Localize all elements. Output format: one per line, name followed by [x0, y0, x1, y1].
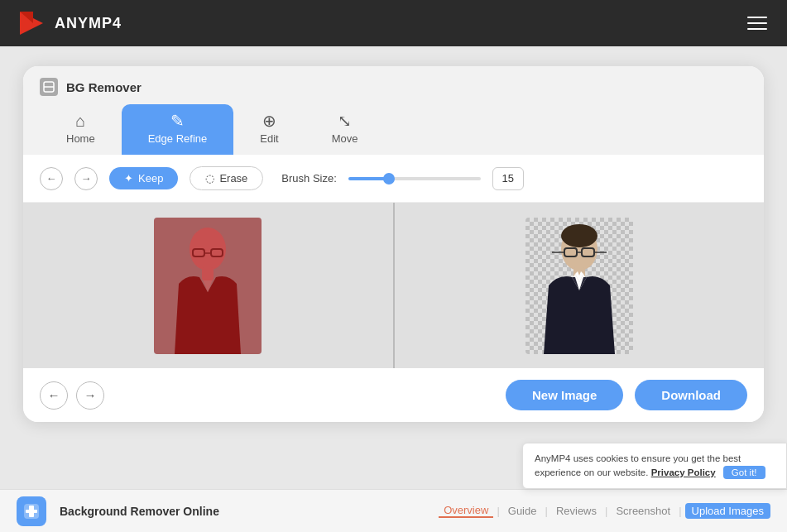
tabs-bar: ⌂ Home ✎ Edge Refine ⊕ Edit ⤡ Move [23, 96, 764, 155]
original-image-svg [154, 218, 262, 354]
processed-person-image [525, 218, 633, 354]
card: BG Remover ⌂ Home ✎ Edge Refine ⊕ Edit ⤡… [23, 66, 764, 422]
edit-icon: ⊕ [262, 113, 276, 129]
bottom-bar: ← → New Image Download [23, 368, 764, 422]
original-image-panel [23, 203, 393, 368]
footer-nav-upload[interactable]: Upload Images [685, 503, 770, 519]
footer-nav-sep-1: | [497, 505, 499, 517]
toolbar: ← → ✦ Keep ◌ Erase Brush Size: 15 [23, 155, 764, 203]
footer-bar: Background Remover Online Overview | Gui… [0, 489, 787, 532]
footer-nav-screenshot[interactable]: Screenshot [611, 505, 675, 517]
footer-nav-sep-2: | [545, 505, 547, 517]
footer-nav-sep-3: | [605, 505, 607, 517]
tab-home-label: Home [66, 132, 95, 145]
brush-size-slider[interactable] [348, 177, 481, 180]
bottom-nav: ← → [40, 381, 104, 410]
keep-label: Keep [138, 172, 163, 185]
bg-remover-icon [43, 81, 55, 93]
action-buttons: New Image Download [506, 380, 747, 410]
edge-refine-icon: ✎ [170, 113, 185, 129]
logo-icon [17, 8, 46, 38]
original-person-image [154, 218, 262, 354]
footer-nav: Overview | Guide | Reviews | Screenshot … [439, 503, 770, 519]
got-it-button[interactable]: Got it! [723, 466, 765, 479]
card-header: BG Remover [23, 66, 764, 96]
menu-button[interactable] [744, 13, 770, 33]
image-area [23, 203, 764, 368]
privacy-policy-link[interactable]: Privacy Policy [651, 467, 716, 477]
new-image-button[interactable]: New Image [506, 380, 623, 410]
tab-edge-refine-label: Edge Refine [148, 132, 208, 145]
tab-edge-refine[interactable]: ✎ Edge Refine [122, 104, 234, 155]
tab-move[interactable]: ⤡ Move [305, 104, 385, 155]
cookie-banner: AnyMP4 uses cookies to ensure you get th… [522, 443, 787, 490]
tab-move-label: Move [332, 132, 358, 145]
brush-size-label: Brush Size: [281, 172, 336, 185]
main-content: BG Remover ⌂ Home ✎ Edge Refine ⊕ Edit ⤡… [0, 46, 787, 442]
logo-area: ANYMP4 [17, 8, 122, 38]
card-header-icon [40, 78, 58, 96]
header: ANYMP4 [0, 0, 787, 46]
download-button[interactable]: Download [635, 380, 747, 410]
tab-edit[interactable]: ⊕ Edit [233, 104, 305, 155]
tab-edit-label: Edit [260, 132, 278, 145]
keep-button[interactable]: ✦ Keep [109, 167, 178, 189]
logo-text: ANYMP4 [55, 15, 122, 32]
erase-label: Erase [219, 172, 247, 185]
home-icon: ⌂ [75, 113, 85, 129]
keep-icon: ✦ [124, 172, 133, 185]
footer-app-icon [17, 496, 46, 526]
svg-rect-25 [29, 506, 34, 517]
erase-icon: ◌ [205, 172, 214, 185]
redo-button[interactable]: → [74, 167, 98, 190]
svg-rect-10 [202, 267, 214, 280]
card-title: BG Remover [66, 80, 142, 94]
move-icon: ⤡ [338, 113, 352, 129]
footer-nav-sep-4: | [679, 505, 681, 517]
svg-point-16 [561, 224, 597, 247]
erase-button[interactable]: ◌ Erase [190, 166, 263, 190]
footer-nav-overview[interactable]: Overview [439, 504, 493, 518]
footer-nav-reviews[interactable]: Reviews [551, 505, 602, 517]
processed-image-svg [525, 218, 633, 354]
processed-image-panel [395, 203, 765, 368]
tab-home[interactable]: ⌂ Home [40, 104, 122, 155]
footer-icon-svg [23, 503, 40, 520]
undo-button[interactable]: ← [40, 167, 63, 190]
brush-size-value: 15 [492, 167, 524, 190]
next-button[interactable]: → [76, 381, 104, 410]
prev-button[interactable]: ← [40, 381, 68, 410]
footer-nav-guide[interactable]: Guide [503, 505, 542, 517]
footer-title: Background Remover Online [60, 505, 219, 518]
